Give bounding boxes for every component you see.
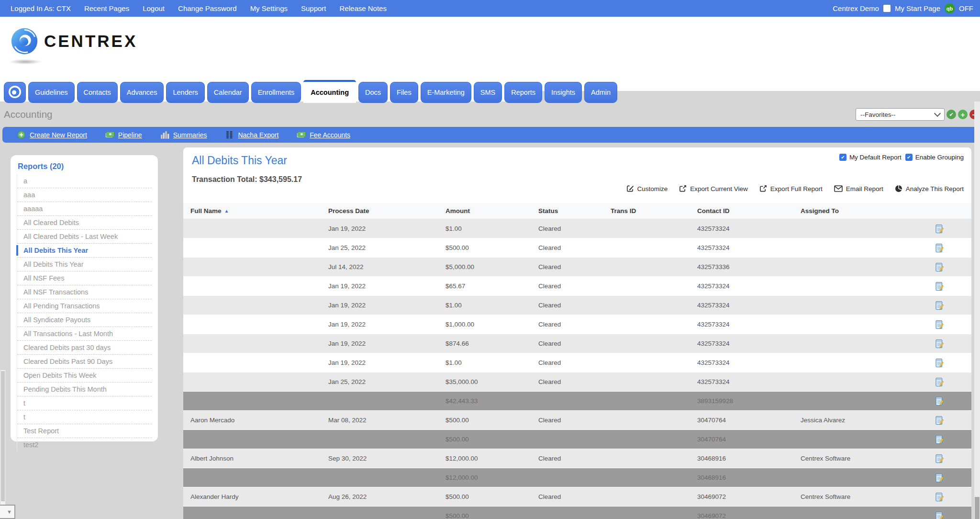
analyze-report-button[interactable]: Analyze This Report (895, 185, 964, 192)
sidebar-item-all-transactions-last-month[interactable]: All Transactions - Last Month (17, 327, 152, 341)
table-row[interactable]: Jan 19, 2022 $1.00 Cleared 432573324 (183, 219, 971, 238)
topbar-link-change-password[interactable]: Change Password (178, 4, 237, 12)
sidebar-item-pending-debits-this-month[interactable]: Pending Debits This Month (17, 383, 152, 396)
edit-row-icon[interactable] (935, 224, 944, 234)
edit-row-icon[interactable] (935, 435, 944, 444)
sidebar-item-all-nsf-fees[interactable]: All NSF Fees (17, 271, 152, 285)
table-row[interactable]: Jan 25, 2022 $35,000.00 Cleared 43257332… (183, 372, 971, 392)
tab-enrollments[interactable]: Enrollments (251, 82, 301, 103)
my-start-page-checkbox[interactable] (883, 5, 891, 12)
tab-files[interactable]: Files (390, 82, 418, 103)
edit-row-icon[interactable] (935, 454, 944, 463)
export-full-report-button[interactable]: Export Full Report (759, 185, 823, 192)
sidebar-item-cleared-debits-past-90-days[interactable]: Cleared Debits Past 90 Days (17, 355, 152, 369)
email-report-button[interactable]: Email Report (834, 185, 883, 192)
brand-logo[interactable]: CENTREX (11, 27, 137, 55)
sidebar-item-all-debits-this-year[interactable]: All Debits This Year (17, 258, 152, 271)
create-new-report-link[interactable]: Create New Report (17, 131, 87, 139)
edit-row-icon[interactable] (935, 320, 944, 329)
quickbooks-icon[interactable]: qb (945, 3, 955, 13)
quickbooks-toggle-label[interactable]: OFF (959, 4, 973, 12)
my-default-report-checkbox[interactable]: ✔ My Default Report (839, 154, 902, 161)
topbar-link-logout[interactable]: Logout (143, 4, 165, 12)
table-row[interactable]: Jan 25, 2022 $500.00 Cleared 432573324 (183, 238, 971, 258)
tab-lenders[interactable]: Lenders (166, 82, 204, 103)
table-row[interactable]: Jan 19, 2022 $1,000.00 Cleared 432573324 (183, 315, 971, 334)
tab-insights[interactable]: Insights (545, 82, 582, 103)
favorites-apply-button[interactable]: ✔ (947, 110, 956, 119)
table-row[interactable]: Albert Johnson Sep 30, 2022 $12,000.00 C… (183, 449, 971, 468)
sidebar-item-t[interactable]: t (17, 410, 152, 424)
table-row[interactable]: Aaron Mercado Mar 08, 2022 $500.00 Clear… (183, 411, 971, 430)
sidebar-item-aaaaa[interactable]: aaaaa (17, 202, 152, 216)
sidebar-item-all-cleared-debits[interactable]: All Cleared Debits (17, 216, 152, 230)
column-header-full-name[interactable]: Full Name ▲ (183, 207, 328, 214)
column-header-trans-id[interactable]: Trans ID (611, 207, 697, 214)
tab-calendar[interactable]: Calendar (207, 82, 249, 103)
edit-row-icon[interactable] (935, 243, 944, 253)
column-header-amount[interactable]: Amount (445, 207, 538, 214)
edit-row-icon[interactable] (935, 416, 944, 425)
edit-row-icon[interactable] (935, 473, 944, 483)
column-header-assigned-to[interactable]: Assigned To (801, 207, 935, 214)
sidebar-item-cleared-debits-past-30-days[interactable]: Cleared Debits past 30 days (17, 341, 152, 355)
customize-button[interactable]: Customize (626, 185, 668, 192)
sidebar-item-all-nsf-transactions[interactable]: All NSF Transactions (17, 285, 152, 299)
page-scrollbar-thumb[interactable] (975, 497, 980, 519)
sidebar-item-aaa[interactable]: aaa (17, 188, 152, 202)
topbar-link-recent-pages[interactable]: Recent Pages (84, 4, 129, 12)
sidebar-item-all-syndicate-payouts[interactable]: All Syndicate Payouts (17, 313, 152, 327)
tab-docs[interactable]: Docs (358, 82, 388, 103)
left-scrollbar-thumb[interactable] (1, 371, 5, 501)
sidebar-item-all-pending-transactions[interactable]: All Pending Transactions (17, 299, 152, 313)
edit-row-icon[interactable] (935, 377, 944, 387)
tab-contacts[interactable]: Contacts (77, 82, 118, 103)
column-header-contact-id[interactable]: Contact ID (697, 207, 801, 214)
topbar-link-support[interactable]: Support (301, 4, 326, 12)
tab-advances[interactable]: Advances (120, 82, 164, 103)
sidebar-item-all-debits-this-year[interactable]: All Debits This Year (17, 244, 152, 258)
sidebar-item-a[interactable]: a (17, 174, 152, 188)
column-header-status[interactable]: Status (538, 207, 611, 214)
table-row[interactable]: $500.00 30469072 (183, 507, 971, 519)
left-scrollbar[interactable] (0, 370, 6, 519)
tab-sms[interactable]: SMS (474, 82, 502, 103)
edit-row-icon[interactable] (935, 396, 944, 406)
enable-grouping-checkbox[interactable]: ✔ Enable Grouping (905, 154, 964, 161)
column-header-process-date[interactable]: Process Date (328, 207, 445, 214)
sidebar-item-test2[interactable]: test2 (17, 438, 152, 451)
topbar-link-logged-in-as-ctx[interactable]: Logged In As: CTX (11, 4, 71, 12)
nacha-export-link[interactable]: Nacha Export (225, 131, 278, 139)
table-row[interactable]: Alexander Hardy Aug 26, 2022 $500.00 Cle… (183, 487, 971, 507)
favorites-add-button[interactable]: + (958, 110, 968, 119)
frame-corner-dropdown[interactable]: ▼ (0, 505, 15, 519)
tab-accounting[interactable]: Accounting (303, 80, 356, 103)
tab-admin[interactable]: Admin (584, 82, 617, 103)
sidebar-item-test-report[interactable]: Test Report (17, 424, 152, 438)
fee-accounts-link[interactable]: Fee Accounts (297, 131, 350, 139)
table-row[interactable]: Jan 19, 2022 $1.00 Cleared 432573324 (183, 296, 971, 315)
topbar-link-release-notes[interactable]: Release Notes (340, 4, 387, 12)
tab-home[interactable] (4, 82, 26, 103)
table-row[interactable]: Jan 19, 2022 $1.00 Cleared 432573324 (183, 353, 971, 372)
favorites-select[interactable]: --Favorites-- (856, 108, 945, 121)
sidebar-item-t[interactable]: t (17, 396, 152, 410)
topbar-link-my-settings[interactable]: My Settings (250, 4, 288, 12)
edit-row-icon[interactable] (935, 511, 944, 519)
table-row[interactable]: Jan 19, 2022 $874.66 Cleared 432573324 (183, 334, 971, 353)
edit-row-icon[interactable] (935, 301, 944, 310)
table-row[interactable]: Jan 19, 2022 $65.67 Cleared 432573324 (183, 277, 971, 296)
edit-row-icon[interactable] (935, 282, 944, 291)
table-row[interactable]: $500.00 30470764 (183, 430, 971, 449)
export-current-view-button[interactable]: Export Current View (679, 185, 748, 192)
pipeline-link[interactable]: Pipeline (105, 131, 142, 139)
tab-reports[interactable]: Reports (504, 82, 542, 103)
table-row[interactable]: $12,000.00 30468916 (183, 468, 971, 487)
edit-row-icon[interactable] (935, 492, 944, 502)
edit-row-icon[interactable] (935, 262, 944, 272)
table-row[interactable]: $42,443.33 3893159928 (183, 392, 971, 411)
edit-row-icon[interactable] (935, 339, 944, 349)
edit-row-icon[interactable] (935, 358, 944, 368)
page-scrollbar[interactable] (974, 102, 980, 519)
sidebar-item-open-debits-this-week[interactable]: Open Debits This Week (17, 369, 152, 383)
